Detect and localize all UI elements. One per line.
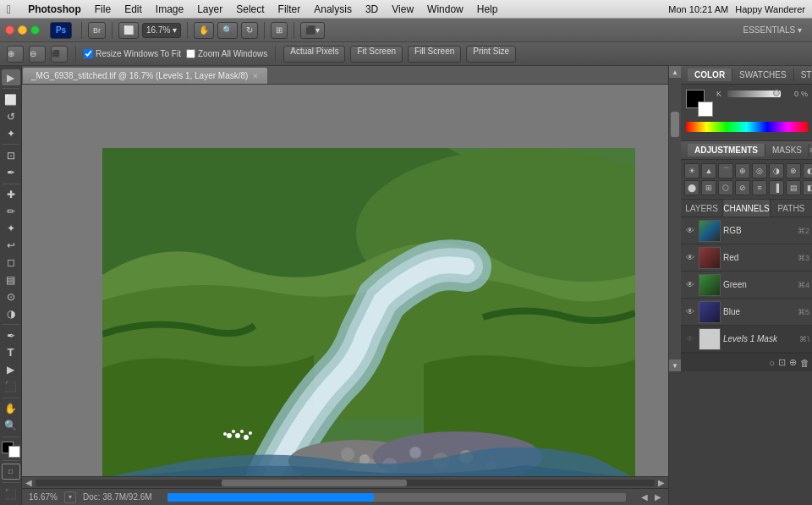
red-channel-row[interactable]: 👁 Red ⌘3 [681, 244, 812, 272]
color-swatches[interactable] [2, 442, 20, 458]
menu-help[interactable]: Help [470, 2, 505, 17]
brightness-contrast-btn[interactable]: ☀ [684, 163, 700, 178]
dodge-tool[interactable]: ◑ [2, 305, 20, 321]
fit-screen-small-button[interactable]: ⬛ [51, 46, 68, 63]
type-tool[interactable]: T [2, 344, 20, 360]
menu-edit[interactable]: Edit [118, 2, 149, 17]
menu-photoshop[interactable]: Photoshop [21, 2, 88, 17]
new-channel-btn[interactable]: ⊕ [789, 357, 797, 368]
menu-layer[interactable]: Layer [190, 2, 229, 17]
minimize-button[interactable] [18, 25, 27, 35]
menu-view[interactable]: View [385, 2, 420, 17]
scroll-left-btn[interactable]: ◀ [25, 478, 32, 487]
lasso-tool[interactable]: ↺ [2, 108, 20, 124]
red-visibility[interactable]: 👁 [684, 252, 696, 264]
hscroll-thumb[interactable] [222, 480, 408, 486]
color-tab[interactable]: COLOR [688, 69, 732, 81]
hscroll-track[interactable] [36, 480, 655, 486]
vibrance-btn[interactable]: ◎ [752, 163, 767, 178]
swatches-tab[interactable]: SWATCHES [732, 69, 794, 81]
status-scroll-right[interactable]: ▶ [655, 492, 661, 502]
resize-checkbox-input[interactable] [84, 49, 93, 58]
scroll-right-btn[interactable]: ▶ [658, 478, 665, 487]
close-button[interactable] [5, 25, 14, 35]
apple-menu[interactable]:  [7, 3, 11, 16]
rotate-tool[interactable]: ↻ [241, 22, 258, 39]
zoom-all-input[interactable] [186, 49, 195, 58]
invert-btn[interactable]: ⊘ [735, 180, 750, 195]
menu-filter[interactable]: Filter [272, 2, 308, 17]
marquee-tool[interactable]: ⬜ [2, 91, 20, 107]
canvas-scroll-area[interactable] [22, 85, 668, 476]
pen-tool[interactable]: ✒ [2, 327, 20, 343]
healing-brush-tool[interactable]: ✚ [2, 186, 20, 202]
scroll-down-btn[interactable]: ▼ [669, 360, 681, 371]
print-size-button[interactable]: Print Size [466, 46, 516, 63]
rgb-channel-row[interactable]: 👁 RGB ⌘2 [681, 217, 812, 244]
arrange-button[interactable]: ⬛▾ [300, 22, 325, 39]
color-lookup-btn[interactable]: ⬡ [718, 180, 733, 195]
scroll-up-btn[interactable]: ▲ [669, 66, 681, 78]
path-selection-tool[interactable]: ▶ [2, 362, 20, 378]
blue-channel-row[interactable]: 👁 Blue ⌘5 [681, 299, 812, 326]
zoom-tool-btn[interactable]: 🔍 [2, 418, 20, 434]
zoom-tool[interactable]: 🔍 [217, 22, 238, 39]
blue-visibility[interactable]: 👁 [684, 306, 696, 318]
status-scroll-left[interactable]: ◀ [641, 492, 648, 502]
zoom-dropdown-icon[interactable]: ▾ [173, 25, 177, 35]
menu-file[interactable]: File [88, 2, 118, 17]
background-color[interactable] [8, 446, 20, 458]
screen-mode-btn[interactable]: ⬛ [2, 486, 20, 502]
delete-channel-btn[interactable]: 🗑 [800, 358, 809, 368]
hand-tool[interactable]: ✋ [2, 401, 20, 417]
gradient-map-btn[interactable]: ▤ [786, 180, 801, 195]
paths-tab-btn[interactable]: PATHS [771, 200, 812, 217]
fit-screen-button[interactable]: Fit Screen [350, 46, 403, 63]
levels-btn[interactable]: ▲ [701, 163, 716, 178]
actual-pixels-button[interactable]: Actual Pixels [283, 46, 345, 63]
rgb-visibility[interactable]: 👁 [684, 225, 696, 237]
channels-tab-btn[interactable]: CHANNELS [723, 200, 770, 217]
masks-tab[interactable]: MASKS [765, 144, 809, 156]
shape-tool[interactable]: ⬛ [2, 379, 20, 395]
selective-color-btn[interactable]: ◧ [803, 180, 812, 195]
hue-sat-btn[interactable]: ◑ [769, 163, 784, 178]
green-visibility[interactable]: 👁 [684, 279, 696, 291]
document-tab[interactable]: _MG_6938_stitched.tif @ 16.7% (Levels 1,… [22, 67, 268, 84]
brush-tool[interactable]: ✏ [2, 204, 20, 220]
magic-wand-tool[interactable]: ✦ [2, 125, 20, 141]
zoom-window-button[interactable] [30, 25, 40, 35]
adjustments-tab[interactable]: ADJUSTMENTS [688, 144, 765, 156]
quick-mask-btn[interactable]: □ [2, 464, 20, 480]
gradient-tool[interactable]: ▤ [2, 272, 20, 288]
channel-mixer-btn[interactable]: ⊞ [701, 180, 716, 195]
eraser-tool[interactable]: ◻ [2, 255, 20, 271]
k-slider[interactable] [727, 91, 781, 97]
bw-btn[interactable]: ◐ [803, 163, 812, 178]
scroll-thumb[interactable] [671, 112, 679, 137]
zoom-in-button[interactable]: ⊕ [7, 46, 24, 63]
menu-analysis[interactable]: Analysis [307, 2, 359, 17]
bg-chip[interactable] [698, 102, 713, 117]
color-balance-btn[interactable]: ⊗ [786, 163, 801, 178]
menu-select[interactable]: Select [229, 2, 271, 17]
layout-button[interactable]: ⊞ [271, 22, 288, 39]
k-slider-thumb[interactable] [773, 90, 780, 96]
fill-screen-button[interactable]: Fill Screen [408, 46, 461, 63]
move-tool-btn[interactable]: ▶ [2, 69, 20, 85]
posterize-btn[interactable]: ≡ [752, 180, 767, 195]
tab-close-btn[interactable]: ✕ [252, 72, 259, 80]
zoom-popup-btn[interactable]: ▾ [64, 491, 76, 503]
styles-tab[interactable]: STYLES [794, 69, 812, 81]
move-tool[interactable]: ✋ [194, 22, 214, 39]
zoom-all-checkbox[interactable]: Zoom All Windows [186, 49, 267, 58]
crop-tool[interactable]: ⊡ [2, 147, 20, 163]
essentials-label[interactable]: ESSENTIALS ▾ [738, 25, 807, 35]
zoom-out-button[interactable]: ⊖ [29, 46, 46, 63]
history-brush-tool[interactable]: ↩ [2, 238, 20, 254]
photo-filter-btn[interactable]: ⬤ [684, 180, 700, 195]
scroll-track[interactable] [669, 78, 681, 360]
layers-tab-btn[interactable]: LAYERS [681, 200, 723, 217]
threshold-btn[interactable]: ▐ [769, 180, 784, 195]
load-channel-btn[interactable]: ○ [769, 358, 775, 368]
